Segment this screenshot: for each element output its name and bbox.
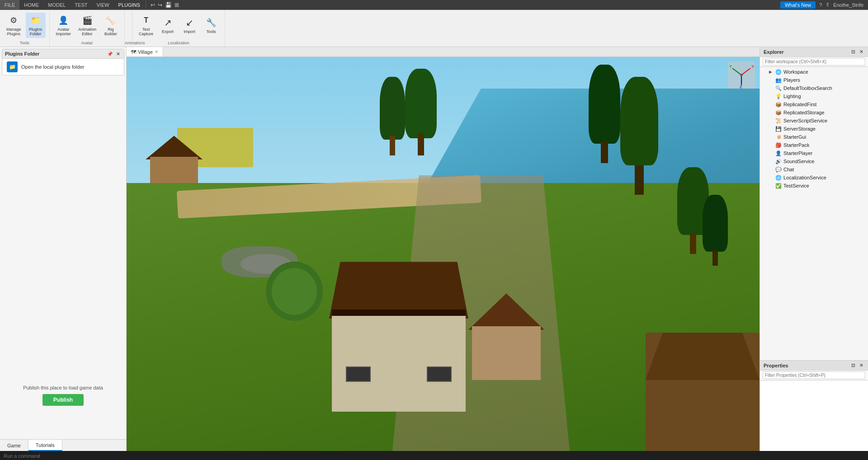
item-label-lighting: Lighting — [783, 94, 801, 99]
item-icon-starter-gui: 🖥 — [775, 134, 782, 140]
menu-bar: FILE HOME MODEL TEST VIEW PLUGINS ↩ ↪ 💾 … — [0, 0, 868, 10]
explorer-item-chat[interactable]: 💬 Chat — [760, 165, 868, 174]
text-capture-button[interactable]: T TextCapture — [136, 13, 156, 38]
viewport-tab-close[interactable]: ✕ — [155, 49, 158, 54]
username-label: Enothe_Strife — [833, 2, 863, 8]
item-label-starter-gui: StarterGui — [783, 134, 806, 140]
explorer-item-starter-player[interactable]: 👤 StarterPlayer — [760, 149, 868, 157]
explorer-item-default-toolbox-search[interactable]: 🔍 DefaultToolboxSearch — [760, 84, 868, 92]
tree-4 — [620, 77, 658, 195]
game-tab[interactable]: Game — [0, 440, 28, 451]
menu-item-view[interactable]: VIEW — [92, 0, 113, 9]
animation-editor-button[interactable]: 🎬 AnimationEditor — [75, 13, 99, 38]
properties-maximize-button[interactable]: ⊡ — [850, 362, 856, 369]
explorer-item-replicated-first[interactable]: 📦 ReplicatedFirst — [760, 100, 868, 108]
menu-item-model[interactable]: MODEL — [43, 0, 70, 9]
properties-filter-input[interactable] — [763, 371, 865, 379]
help-icon[interactable]: ? — [819, 2, 822, 8]
explorer-title-bar: Explorer ⊡ ✕ — [760, 47, 868, 57]
rig-builder-button[interactable]: 🦴 RigBuilder — [101, 13, 121, 38]
open-plugins-folder-label: Open the local plugins folder — [21, 64, 84, 70]
plugins-folder-panel: Plugins Folder 📌 ✕ 📁 Open the local plug… — [2, 49, 124, 75]
tools-button[interactable]: 🔧 Tools — [201, 15, 221, 36]
properties-close-button[interactable]: ✕ — [858, 362, 864, 369]
explorer-item-workspace[interactable]: ▶ 🌐 Workspace — [760, 68, 868, 76]
viewport-tab-village[interactable]: 🗺 Village ✕ — [127, 47, 163, 56]
item-label-server-script-service: ServerScriptService — [783, 118, 827, 123]
export-button[interactable]: ↗ Export — [158, 15, 178, 36]
item-label-localization-service: LocalizationService — [783, 175, 826, 180]
item-label-test-service: TestService — [783, 183, 809, 188]
explorer-item-server-script-service[interactable]: 📜 ServerScriptService — [760, 117, 868, 125]
panel-pin-button[interactable]: 📌 — [107, 51, 113, 57]
item-icon-localization-service: 🌐 — [775, 174, 782, 181]
grid-icon[interactable]: ⊞ — [175, 2, 179, 8]
manage-plugins-icon: ⚙ — [7, 14, 20, 27]
whats-new-button[interactable]: What's New — [780, 1, 816, 9]
save-icon[interactable]: 💾 — [165, 2, 172, 8]
avatar-importer-icon: 👤 — [57, 14, 70, 27]
menu-item-plugins[interactable]: PLUGINS — [114, 0, 145, 9]
export-icon: ↗ — [161, 16, 174, 29]
manage-plugins-button[interactable]: ⚙ ManagePlugins — [4, 13, 24, 38]
animations-group-label: Animations — [125, 41, 132, 45]
redo-icon[interactable]: ↪ — [158, 2, 162, 8]
import-button[interactable]: ↙ Import — [179, 15, 199, 36]
tools-icon: 🔧 — [205, 16, 217, 29]
explorer-maximize-button[interactable]: ⊡ — [850, 49, 856, 55]
menu-item-home[interactable]: HOME — [19, 0, 43, 9]
far-right-structure — [646, 333, 760, 451]
toolbar-group-tools: ⚙ ManagePlugins 📁 PluginsFolder Tools — [0, 10, 50, 47]
axes-widget: X Y Z — [728, 61, 755, 89]
open-plugins-folder-item[interactable]: 📁 Open the local plugins folder — [2, 59, 124, 75]
avatar-importer-label: AvatarImporter — [56, 28, 71, 37]
explorer-item-sound-service[interactable]: 🔊 SoundService — [760, 157, 868, 165]
tutorials-tab[interactable]: Tutorials — [28, 440, 62, 451]
item-icon-players: 👥 — [775, 77, 782, 83]
bottom-tabs: Game Tutorials — [0, 439, 126, 451]
explorer-close-button[interactable]: ✕ — [858, 49, 864, 55]
viewport-canvas[interactable]: X Y Z — [127, 57, 760, 451]
plugins-folder-title: Plugins Folder — [5, 51, 39, 56]
plugin-folder-icon: 📁 — [7, 61, 18, 72]
animation-editor-icon: 🎬 — [81, 14, 94, 27]
explorer-item-test-service[interactable]: ✅ TestService — [760, 182, 868, 190]
svg-text:X: X — [751, 64, 754, 69]
explorer-item-replicated-storage[interactable]: 📦 ReplicatedStorage — [760, 108, 868, 117]
menu-item-test[interactable]: TEST — [70, 0, 92, 9]
explorer-item-localization-service[interactable]: 🌐 LocalizationService — [760, 174, 868, 182]
panel-header-buttons: 📌 ✕ — [107, 51, 121, 57]
item-label-workspace: Workspace — [783, 69, 808, 75]
plugins-folder-icon: 📁 — [29, 14, 42, 27]
explorer-item-starter-gui[interactable]: 🖥 StarterGui — [760, 133, 868, 141]
item-icon-replicated-storage: 📦 — [775, 109, 782, 116]
text-capture-icon: T — [140, 14, 152, 27]
right-panel: Explorer ⊡ ✕ ▶ 🌐 Workspace 👥 Players 🔍 D… — [760, 47, 868, 451]
svg-text:Z: Z — [740, 84, 742, 89]
plugins-folder-button[interactable]: 📁 PluginsFolder — [26, 13, 46, 38]
toolbar-group-avatar: 👤 AvatarImporter 🎬 AnimationEditor 🦴 Rig… — [50, 10, 125, 47]
explorer-item-lighting[interactable]: 💡 Lighting — [760, 92, 868, 100]
manage-plugins-label: ManagePlugins — [6, 28, 21, 37]
explorer-item-starter-pack[interactable]: 🎒 StarterPack — [760, 141, 868, 149]
panel-close-button[interactable]: ✕ — [115, 51, 121, 57]
publish-description: Publish this place to load game data — [23, 385, 103, 390]
explorer-item-players[interactable]: 👥 Players — [760, 76, 868, 84]
avatar-importer-button[interactable]: 👤 AvatarImporter — [53, 13, 74, 38]
bush-1 — [266, 262, 323, 321]
explorer-item-server-storage[interactable]: 💾 ServerStorage — [760, 125, 868, 133]
explorer-tree: ▶ 🌐 Workspace 👥 Players 🔍 DefaultToolbox… — [760, 67, 868, 360]
import-label: Import — [184, 30, 195, 34]
menu-item-file[interactable]: FILE — [0, 0, 19, 9]
explorer-filter-input[interactable] — [763, 58, 865, 66]
properties-filter — [760, 371, 868, 380]
publish-button[interactable]: Publish — [42, 394, 84, 406]
item-label-sound-service: SoundService — [783, 159, 815, 164]
item-icon-server-storage: 💾 — [775, 126, 782, 132]
tools-group-label: Tools — [0, 41, 49, 45]
tutorials-tab-label: Tutorials — [36, 442, 55, 448]
undo-icon[interactable]: ↩ — [151, 2, 155, 8]
share-icon[interactable]: ⇪ — [826, 2, 830, 8]
expand-arrow: ▶ — [769, 70, 774, 74]
command-input[interactable] — [4, 453, 864, 459]
